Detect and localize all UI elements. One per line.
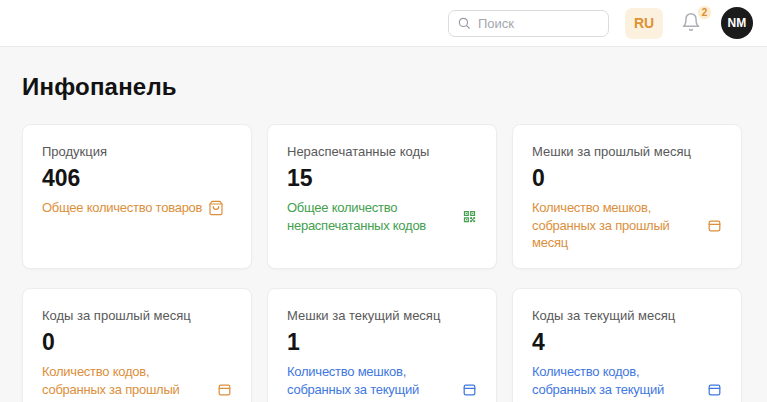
calendar-icon: [707, 218, 722, 233]
card-description: Количество мешков, собранных за текущий …: [287, 363, 456, 402]
notification-badge: 2: [697, 5, 712, 20]
calendar-icon: [707, 382, 722, 397]
search-input[interactable]: [448, 10, 609, 37]
card-products: Продукция 406 Общее количество товаров: [22, 124, 252, 269]
card-bags-current-month: Мешки за текущий месяц 1 Количество мешк…: [267, 288, 497, 402]
card-description: Количество кодов, собранных за текущий м…: [532, 363, 701, 402]
search-box: [448, 10, 609, 37]
card-codes-current-month: Коды за текущий месяц 4 Количество кодов…: [512, 288, 742, 402]
shopping-bag-icon: [208, 200, 224, 216]
card-value: 406: [42, 166, 232, 191]
card-description-row: Общее количество товаров: [42, 199, 232, 217]
avatar[interactable]: NM: [721, 7, 753, 39]
card-description: Количество мешков, собранных за прошлый …: [532, 199, 701, 252]
card-label: Коды за текущий месяц: [532, 308, 722, 323]
card-value: 4: [532, 330, 722, 355]
card-codes-last-month: Коды за прошлый месяц 0 Количество кодов…: [22, 288, 252, 402]
qr-code-icon: [462, 209, 477, 224]
card-description: Общее количество нераспечатанных кодов: [287, 199, 456, 234]
calendar-icon: [217, 382, 232, 397]
card-label: Нераспечатанные коды: [287, 144, 477, 159]
top-bar: RU 2 NM: [0, 0, 767, 47]
card-value: 1: [287, 330, 477, 355]
card-description-row: Общее количество нераспечатанных кодов: [287, 199, 477, 234]
card-description: Количество кодов, собранных за прошлый м…: [42, 363, 211, 402]
stats-cards-grid: Продукция 406 Общее количество товаров Н…: [22, 124, 742, 402]
card-description-row: Количество мешков, собранных за прошлый …: [532, 199, 722, 252]
card-unprinted-codes: Нераспечатанные коды 15 Общее количество…: [267, 124, 497, 269]
card-label: Продукция: [42, 144, 232, 159]
card-value: 15: [287, 166, 477, 191]
card-label: Коды за прошлый месяц: [42, 308, 232, 323]
calendar-icon: [462, 382, 477, 397]
card-label: Мешки за прошлый месяц: [532, 144, 722, 159]
card-description: Общее количество товаров: [42, 199, 202, 217]
card-description-row: Количество кодов, собранных за прошлый м…: [42, 363, 232, 402]
card-bags-last-month: Мешки за прошлый месяц 0 Количество мешк…: [512, 124, 742, 269]
notifications-button[interactable]: 2: [681, 12, 703, 34]
language-button[interactable]: RU: [625, 8, 663, 39]
card-description-row: Количество кодов, собранных за текущий м…: [532, 363, 722, 402]
page-title: Инфопанель: [22, 73, 767, 101]
card-value: 0: [532, 166, 722, 191]
card-label: Мешки за текущий месяц: [287, 308, 477, 323]
card-value: 0: [42, 330, 232, 355]
card-description-row: Количество мешков, собранных за текущий …: [287, 363, 477, 402]
